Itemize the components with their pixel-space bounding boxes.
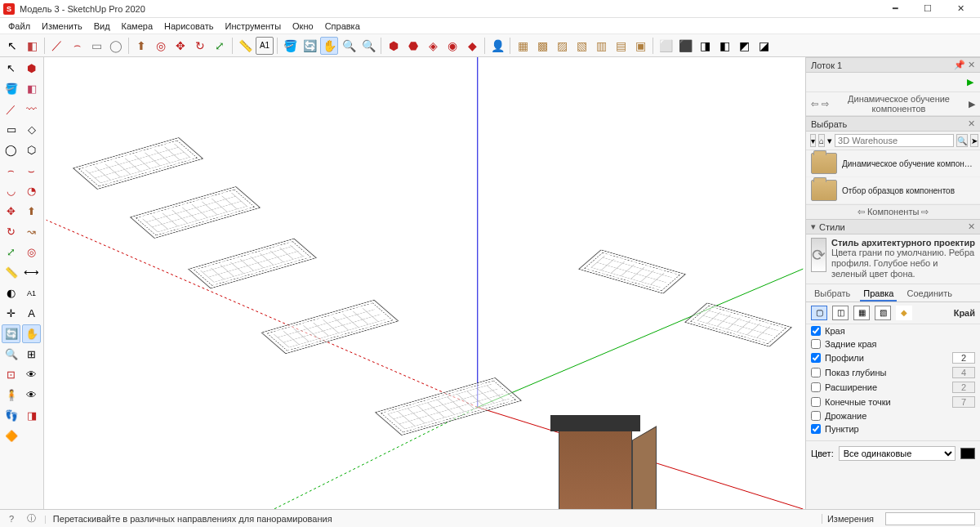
building-model[interactable] [542,409,657,509]
viewport-3d[interactable] [44,57,805,509]
geo-icon[interactable]: ⓘ [24,512,38,525]
sandbox3-icon[interactable]: ▨ [553,37,571,55]
chevron-down-icon[interactable]: ▾ [827,136,832,146]
components-nav[interactable]: ⇦ ⇨ Динамическое обучение компонентов ▶ [806,92,980,116]
pan-icon[interactable]: ✋ [22,324,41,343]
circle-tool-icon[interactable]: ◯ [107,37,125,55]
zoom-tool-icon[interactable]: 🔍 [340,37,358,55]
color-swatch[interactable] [960,448,975,459]
offset-icon[interactable]: ◎ [22,243,41,261]
dropdown-icon[interactable]: ▾ [810,134,816,147]
pan-tool-icon[interactable]: ✋ [320,37,338,55]
walk-icon[interactable]: 👣 [2,406,20,425]
menu-window[interactable]: Окно [287,20,318,33]
sandbox5-icon[interactable]: ▥ [592,37,610,55]
sandbox7-icon[interactable]: ▣ [631,37,649,55]
tab-mix[interactable]: Соединить [903,287,956,301]
edge-checkbox[interactable] [811,368,821,377]
edge-settings-icon[interactable]: ▢ [811,306,827,320]
pin-icon[interactable]: 📌 ✕ [954,60,975,70]
nav-back-icon[interactable]: ⇦ [858,207,867,217]
pushpull-icon[interactable]: ⬆ [22,202,41,221]
tab-select[interactable]: Выбрать [811,287,853,301]
styles-panel-header[interactable]: ▾ Стили ✕ [806,219,980,234]
menu-tools[interactable]: Инструменты [220,20,286,33]
nav-right-icon[interactable]: ▶ [969,99,975,109]
move-icon[interactable]: ✥ [2,202,20,221]
label-icon[interactable]: A1 [22,284,41,302]
edge-checkbox[interactable] [811,353,821,363]
solid4-icon[interactable]: ◧ [715,37,733,55]
color-mode-select[interactable]: Все одинаковые [839,446,956,461]
sandbox2-icon[interactable]: ▩ [533,37,551,55]
line-icon[interactable]: ／ [2,100,20,118]
rect-tool-icon[interactable]: ▭ [87,37,105,55]
section2-icon[interactable]: 🔶 [2,427,20,445]
minimize-button[interactable]: ━ [879,1,911,17]
nav-fwd-icon[interactable]: ⇨ [921,207,929,217]
measure-input[interactable] [885,512,975,525]
paint-tool-icon[interactable]: 🪣 [281,37,299,55]
model-info-icon[interactable]: ◆ [463,37,481,55]
lookaround-icon[interactable]: 👁 [22,386,41,404]
extension-icon[interactable]: ⬣ [404,37,422,55]
menu-camera[interactable]: Камера [117,20,158,33]
tab-edit[interactable]: Правка [860,287,897,301]
orbit-tool-icon[interactable]: 🔄 [301,37,318,55]
edge-checkbox[interactable] [811,397,821,407]
floorplan-object[interactable] [375,377,522,435]
edge-checkbox[interactable] [811,326,821,336]
floorplan-object[interactable] [261,300,399,354]
arc-icon[interactable]: ⌢ [2,161,20,180]
scale-tool-icon[interactable]: ⤢ [211,37,229,55]
menu-file[interactable]: Файл [3,20,35,33]
edge-checkbox[interactable] [811,382,821,392]
rect-icon[interactable]: ▭ [2,120,20,139]
eraser-icon[interactable]: ◧ [22,79,41,98]
prev-icon[interactable]: 👁 [22,365,41,384]
rotate-icon[interactable]: ↻ [2,222,20,241]
warehouse-icon[interactable]: ⬢ [385,37,403,55]
floorplan-object[interactable] [684,303,791,347]
tape-tool-icon[interactable]: 📏 [236,37,254,55]
dimension-icon[interactable]: ⟷ [22,263,41,282]
section-icon[interactable]: ◨ [22,406,41,425]
orbit-icon[interactable]: 🔄 [2,324,20,343]
move-tool-icon[interactable]: ✥ [172,37,189,55]
solid1-icon[interactable]: ⬜ [657,37,675,55]
close-icon[interactable]: ✕ [968,118,975,129]
rotrect-icon[interactable]: ◇ [22,120,41,139]
send-icon[interactable]: ➤ [970,134,978,147]
menu-edit[interactable]: Изменить [37,20,87,33]
close-icon[interactable]: ✕ [968,221,975,232]
line-tool-icon[interactable]: ／ [48,37,66,55]
tray-header[interactable]: Лоток 1 📌 ✕ [806,57,980,73]
sandbox6-icon[interactable]: ▤ [612,37,630,55]
eraser-tool-icon[interactable]: ◧ [23,37,41,55]
menu-draw[interactable]: Нарисовать [159,20,218,33]
play-icon[interactable]: ▶ [967,77,973,87]
user-icon[interactable]: 👤 [488,37,506,55]
sandbox1-icon[interactable]: ▦ [514,37,532,55]
edge-checkbox[interactable] [811,411,821,421]
maximize-button[interactable]: ☐ [911,1,944,17]
freehand-icon[interactable]: 〰 [22,100,41,118]
solid3-icon[interactable]: ◨ [696,37,714,55]
solid6-icon[interactable]: ◪ [755,37,773,55]
nav-back-icon[interactable]: ⇦ [811,99,818,109]
model-settings-icon[interactable]: ◆ [896,306,912,320]
sandbox4-icon[interactable]: ▧ [572,37,590,55]
watermark-settings-icon[interactable]: ▧ [875,306,891,320]
nav-fwd-icon[interactable]: ⇨ [822,99,829,109]
zoom-extents-icon[interactable]: 🔍 [359,37,377,55]
zoomext-icon[interactable]: ⊡ [2,365,20,384]
collapse-icon[interactable]: ▾ [811,221,816,232]
protractor-icon[interactable]: ◐ [2,284,20,302]
style-thumb-icon[interactable]: ⟳ [811,238,826,272]
axes-icon[interactable]: ✛ [2,304,20,323]
edge-value-input[interactable]: 2 [952,352,975,364]
help-icon[interactable]: ? [5,512,18,525]
rotate-tool-icon[interactable]: ↻ [191,37,209,55]
bg-settings-icon[interactable]: ▦ [853,306,870,320]
zoomwin-icon[interactable]: ⊞ [22,345,41,364]
